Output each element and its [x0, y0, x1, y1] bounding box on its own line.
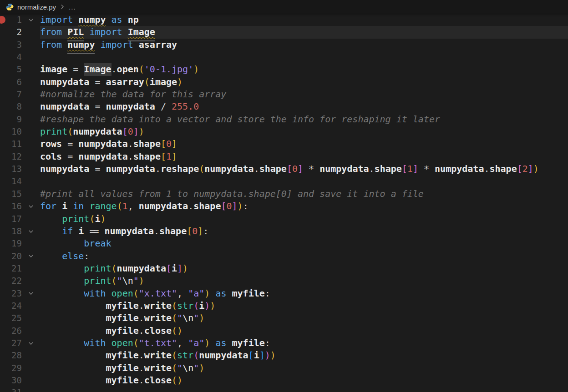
- fold-chevron-icon[interactable]: [22, 252, 40, 260]
- line-number[interactable]: 27: [0, 337, 22, 349]
- code-text[interactable]: with open("t.txt", "a") as myfile:: [40, 337, 568, 349]
- code-text[interactable]: with open("x.txt", "a") as myfile:: [40, 287, 568, 300]
- code-line[interactable]: 15#print all values from 1 to numpydata.…: [0, 188, 568, 200]
- breadcrumb-symbol-ellipsis[interactable]: ...: [69, 3, 76, 11]
- code-text[interactable]: myfile.write("\n"): [40, 312, 568, 324]
- code-text[interactable]: print(numpydata[i]): [40, 262, 568, 275]
- line-number[interactable]: 17: [0, 213, 22, 225]
- code-line[interactable]: 7#normalize the data for this array: [0, 88, 568, 101]
- code-line[interactable]: 18 if i == numpydata.shape[0]:: [0, 225, 568, 237]
- line-number[interactable]: 20: [0, 250, 22, 262]
- code-line[interactable]: 16for i in range(1, numpydata.shape[0]):: [0, 200, 568, 212]
- line-number[interactable]: 12: [0, 151, 22, 163]
- code-line[interactable]: 26 myfile.close(): [0, 325, 568, 337]
- code-text[interactable]: print("\n"): [40, 275, 568, 287]
- fold-chevron-icon[interactable]: [22, 290, 40, 297]
- line-number[interactable]: 4: [0, 51, 22, 63]
- code-text[interactable]: myfile.close(): [40, 325, 568, 337]
- code-text[interactable]: if i == numpydata.shape[0]:: [40, 225, 568, 237]
- code-text[interactable]: myfile.write(str(numpydata[i])): [40, 349, 568, 362]
- line-number[interactable]: 16: [0, 200, 22, 212]
- line-number[interactable]: 11: [0, 138, 22, 150]
- line-number[interactable]: 6: [0, 76, 22, 88]
- code-text[interactable]: for i in range(1, numpydata.shape[0]):: [40, 200, 568, 212]
- line-number[interactable]: 7: [0, 88, 22, 101]
- line-number[interactable]: 2: [0, 26, 22, 38]
- code-text[interactable]: #normalize the data for this array: [40, 88, 568, 101]
- code-text[interactable]: numpydata = asarray(image): [40, 76, 568, 88]
- line-number[interactable]: 21: [0, 262, 22, 275]
- fold-chevron-icon[interactable]: [22, 203, 40, 210]
- code-line[interactable]: 29 myfile.write("\n"): [0, 362, 568, 374]
- line-number[interactable]: 25: [0, 312, 22, 324]
- editor[interactable]: 1import numpy as np2from PIL import Imag…: [0, 14, 568, 392]
- code-line[interactable]: 24 myfile.write(str(i)): [0, 300, 568, 312]
- code-line[interactable]: 1import numpy as np: [0, 14, 568, 26]
- code-text[interactable]: [40, 175, 568, 187]
- code-line[interactable]: 28 myfile.write(str(numpydata[i])): [0, 349, 568, 362]
- code-line[interactable]: 30 myfile.close(): [0, 374, 568, 387]
- code-line[interactable]: 19 break: [0, 237, 568, 250]
- line-number[interactable]: 14: [0, 175, 22, 187]
- code-line[interactable]: 6numpydata = asarray(image): [0, 76, 568, 88]
- code-text[interactable]: rows = numpydata.shape[0]: [40, 138, 568, 150]
- line-number[interactable]: 30: [0, 374, 22, 387]
- code-text[interactable]: else:: [40, 250, 568, 262]
- code-text[interactable]: import numpy as np: [40, 14, 568, 26]
- code-line[interactable]: 12cols = numpydata.shape[1]: [0, 151, 568, 163]
- line-number[interactable]: 10: [0, 126, 22, 138]
- code-line[interactable]: 20 else:: [0, 250, 568, 262]
- code-line[interactable]: 13numpydata = numpydata.reshape(numpydat…: [0, 163, 568, 175]
- code-line[interactable]: 10print(numpydata[0]): [0, 126, 568, 138]
- code-text[interactable]: [40, 387, 568, 392]
- code-text[interactable]: print(numpydata[0]): [40, 126, 568, 138]
- code-text[interactable]: #print all values from 1 to numpydata.sh…: [40, 188, 568, 200]
- line-number[interactable]: 29: [0, 362, 22, 374]
- line-number[interactable]: 24: [0, 300, 22, 312]
- line-number[interactable]: 23: [0, 287, 22, 300]
- line-number[interactable]: 31: [0, 387, 22, 392]
- fold-chevron-icon[interactable]: [22, 340, 40, 347]
- code-line[interactable]: 3from numpy import asarray: [0, 39, 568, 51]
- code-line[interactable]: 5image = Image.open('0-1.jpg'): [0, 63, 568, 75]
- code-line[interactable]: 31: [0, 387, 568, 392]
- code-text[interactable]: print(i): [40, 213, 568, 225]
- code-text[interactable]: myfile.write(str(i)): [40, 300, 568, 312]
- code-line[interactable]: 23 with open("x.txt", "a") as myfile:: [0, 287, 568, 300]
- line-number[interactable]: 13: [0, 163, 22, 175]
- code-text[interactable]: myfile.write("\n"): [40, 362, 568, 374]
- code-line[interactable]: 21 print(numpydata[i]): [0, 262, 568, 275]
- line-number[interactable]: 19: [0, 237, 22, 250]
- code-line[interactable]: 8numpydata = numpydata / 255.0: [0, 101, 568, 113]
- code-text[interactable]: cols = numpydata.shape[1]: [40, 151, 568, 163]
- code-line[interactable]: 17 print(i): [0, 213, 568, 225]
- line-number[interactable]: 26: [0, 325, 22, 337]
- code-text[interactable]: image = Image.open('0-1.jpg'): [40, 63, 568, 75]
- line-number[interactable]: 28: [0, 349, 22, 362]
- line-number[interactable]: 9: [0, 113, 22, 126]
- code-text[interactable]: #reshape the data into a vector and stor…: [40, 113, 568, 126]
- line-number[interactable]: 5: [0, 63, 22, 75]
- code-text[interactable]: myfile.close(): [40, 374, 568, 387]
- code-text[interactable]: break: [40, 237, 568, 250]
- line-number[interactable]: 15: [0, 188, 22, 200]
- line-number[interactable]: 3: [0, 39, 22, 51]
- code-line[interactable]: 11rows = numpydata.shape[0]: [0, 138, 568, 150]
- code-line[interactable]: 9#reshape the data into a vector and sto…: [0, 113, 568, 126]
- fold-chevron-icon[interactable]: [22, 228, 40, 235]
- code-line[interactable]: 22 print("\n"): [0, 275, 568, 287]
- breadcrumb-file-name[interactable]: normalize.py: [17, 3, 56, 11]
- code-text[interactable]: from numpy import asarray: [40, 39, 568, 51]
- code-line[interactable]: 14: [0, 175, 568, 187]
- line-number[interactable]: 22: [0, 275, 22, 287]
- code-text[interactable]: [40, 51, 568, 63]
- fold-chevron-icon[interactable]: [22, 16, 40, 24]
- code-text[interactable]: numpydata = numpydata / 255.0: [40, 101, 568, 113]
- code-text[interactable]: numpydata = numpydata.reshape(numpydata.…: [40, 163, 568, 175]
- line-number[interactable]: 8: [0, 101, 22, 113]
- code-line[interactable]: 25 myfile.write("\n"): [0, 312, 568, 324]
- line-number[interactable]: 18: [0, 225, 22, 237]
- code-line[interactable]: 2from PIL import Image: [0, 26, 568, 38]
- code-line[interactable]: 27 with open("t.txt", "a") as myfile:: [0, 337, 568, 349]
- code-text[interactable]: from PIL import Image: [40, 26, 568, 38]
